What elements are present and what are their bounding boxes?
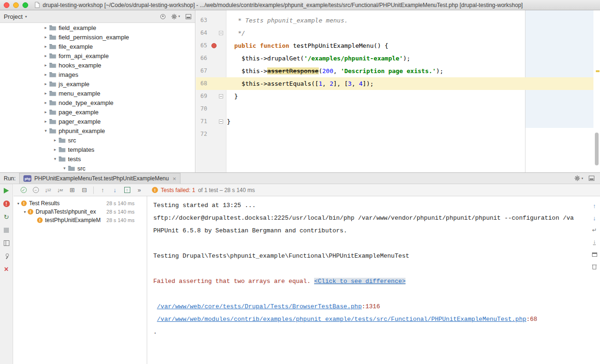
rerun-button[interactable] xyxy=(0,184,13,197)
editor-gutter[interactable]: 69 xyxy=(196,90,226,103)
editor-gutter[interactable]: 70 xyxy=(196,103,226,115)
test-tree-row[interactable]: ▾!Test Results28 s 140 ms xyxy=(14,199,147,208)
up-stack-trace-button[interactable]: ↑ xyxy=(591,202,598,209)
warning-stripe-mark[interactable] xyxy=(596,70,600,72)
project-tree-item[interactable]: ▸src xyxy=(0,135,195,145)
minimize-window-button[interactable] xyxy=(13,2,19,8)
code-text[interactable] xyxy=(226,128,227,141)
fold-marker-icon[interactable] xyxy=(219,119,223,124)
code-text[interactable] xyxy=(226,103,227,115)
console-link[interactable]: /var/www/web/core/tests/Drupal/Tests/Bro… xyxy=(157,303,362,310)
project-panel-title[interactable]: Project xyxy=(4,13,22,20)
project-tree-item[interactable]: ▸file_example xyxy=(0,42,195,51)
chevron-right-icon[interactable]: ▸ xyxy=(43,25,49,30)
settings-gear-icon[interactable]: ▾ xyxy=(574,175,583,181)
chevron-down-icon[interactable]: ▾ xyxy=(25,15,27,19)
project-tree-item[interactable]: ▸hooks_example xyxy=(0,60,195,70)
fold-marker-icon[interactable] xyxy=(219,31,223,35)
editor-gutter[interactable]: 65 xyxy=(196,39,226,52)
code-text[interactable]: $this->drupalGet('/examples/phpunit-exam… xyxy=(226,52,410,65)
collapse-all-button[interactable]: ⊟ xyxy=(79,185,90,195)
project-tree-item[interactable]: ▸page_example xyxy=(0,107,195,117)
more-actions-button[interactable]: » xyxy=(134,185,145,195)
editor-gutter[interactable]: 66 xyxy=(196,52,226,65)
chevron-right-icon[interactable]: ▸ xyxy=(43,72,49,77)
chevron-right-icon[interactable]: ▸ xyxy=(43,91,49,96)
fold-marker-icon[interactable] xyxy=(219,94,223,98)
show-passed-button[interactable]: ✓ xyxy=(18,185,29,195)
project-tree-item[interactable]: ▸templates xyxy=(0,145,195,154)
settings-gear-icon[interactable]: ▾ xyxy=(171,14,180,20)
chevron-right-icon[interactable]: ▸ xyxy=(43,82,49,86)
expand-all-button[interactable]: ⊞ xyxy=(67,185,78,195)
project-tree-item[interactable]: ▸menu_example xyxy=(0,89,195,98)
chevron-right-icon[interactable]: ▸ xyxy=(43,63,49,67)
import-test-results-button[interactable]: ↑ xyxy=(121,185,133,195)
project-tree-item[interactable]: ▸field_example xyxy=(0,23,195,32)
rerun-failed-tests-button[interactable]: ! xyxy=(0,197,13,210)
console-link[interactable]: /var/www/web/modules/contrib/examples/ph… xyxy=(157,316,526,323)
chevron-right-icon[interactable]: ▸ xyxy=(43,100,49,105)
close-button[interactable]: × xyxy=(0,263,13,276)
chevron-right-icon[interactable]: ▸ xyxy=(52,147,58,152)
hide-panel-icon[interactable] xyxy=(186,14,191,19)
code-editor[interactable]: 63 * Tests phpunit_example menus.64 */65… xyxy=(196,10,600,172)
code-text[interactable]: $this->assertEquals([1, 2], [3, 4]); xyxy=(226,77,374,90)
close-window-button[interactable] xyxy=(4,2,9,8)
project-tree-item[interactable]: ▾phpunit_example xyxy=(0,126,195,135)
locate-icon[interactable] xyxy=(160,14,165,19)
chevron-right-icon[interactable]: ▸ xyxy=(43,35,49,39)
editor-gutter[interactable]: 63 xyxy=(196,14,226,27)
chevron-down-icon[interactable]: ▾ xyxy=(15,201,21,206)
project-tree-item[interactable]: ▸js_example xyxy=(0,79,195,89)
project-tree-item[interactable]: ▸pager_example xyxy=(0,117,195,126)
code-text[interactable]: } xyxy=(226,90,238,103)
editor-gutter[interactable]: 71 xyxy=(196,115,226,128)
editor-gutter[interactable]: 68 xyxy=(196,77,226,90)
project-tree-item[interactable]: ▸images xyxy=(0,70,195,79)
chevron-right-icon[interactable]: ▸ xyxy=(43,44,49,49)
sort-by-duration-button[interactable]: ↓12 xyxy=(42,185,53,195)
code-text[interactable]: * Tests phpunit_example menus. xyxy=(226,14,348,27)
chevron-down-icon[interactable]: ▾ xyxy=(43,128,49,133)
console-link[interactable]: <Click to see difference> xyxy=(314,278,405,285)
close-tab-icon[interactable]: × xyxy=(172,175,176,182)
chevron-right-icon[interactable]: ▸ xyxy=(43,110,49,114)
next-failed-test-button[interactable]: ↓ xyxy=(109,185,120,195)
code-text[interactable]: public function testPhpUnitExampleMenu()… xyxy=(226,39,388,52)
editor-gutter[interactable]: 72 xyxy=(196,128,226,141)
failed-test-gutter-icon[interactable] xyxy=(211,43,217,48)
project-tree-item[interactable]: ▾src xyxy=(0,163,195,172)
test-tree-row[interactable]: ▾!Drupal\Tests\phpunit_ex28 s 140 ms xyxy=(14,208,147,216)
project-tree-item[interactable]: ▸form_api_example xyxy=(0,51,195,60)
zoom-window-button[interactable] xyxy=(22,2,28,8)
scroll-to-end-button[interactable]: ↓ xyxy=(591,238,598,246)
chevron-down-icon[interactable]: ▾ xyxy=(52,156,58,161)
chevron-right-icon[interactable]: ▸ xyxy=(52,138,58,142)
soft-wrap-button[interactable]: ↵ xyxy=(591,226,598,234)
project-tree-item[interactable]: ▾tests xyxy=(0,154,195,163)
sort-alphabetically-button[interactable]: ↓az xyxy=(54,185,66,195)
show-ignored-button[interactable]: − xyxy=(30,185,41,195)
project-tree-item[interactable]: ▸node_type_example xyxy=(0,98,195,107)
chevron-down-icon[interactable]: ▾ xyxy=(61,166,68,171)
hide-panel-icon[interactable] xyxy=(589,176,594,181)
pin-tab-button[interactable] xyxy=(0,250,13,263)
test-console[interactable]: Testing started at 13:25 ...sftp://docke… xyxy=(147,196,600,364)
editor-gutter[interactable]: 64 xyxy=(196,27,226,39)
toggle-auto-test-button[interactable]: ↻ xyxy=(0,210,13,223)
stop-button[interactable] xyxy=(0,223,13,237)
run-tab[interactable]: php PHPUnitExampleMenuTest.testPhpUnitEx… xyxy=(19,173,180,184)
clear-all-button[interactable] xyxy=(591,263,598,270)
editor-scrollbar-thumb[interactable] xyxy=(595,133,599,165)
chevron-down-icon[interactable]: ▾ xyxy=(22,210,28,214)
restore-layout-button[interactable] xyxy=(0,237,13,250)
down-stack-trace-button[interactable]: ↓ xyxy=(591,214,598,222)
project-tree-item[interactable]: ▸field_permission_example xyxy=(0,32,195,42)
print-button[interactable] xyxy=(591,251,598,258)
previous-failed-test-button[interactable]: ↑ xyxy=(97,185,108,195)
chevron-right-icon[interactable]: ▸ xyxy=(43,119,49,124)
code-text[interactable]: $this->assertResponse(200, 'Description … xyxy=(226,65,443,77)
code-text[interactable]: } xyxy=(226,115,231,128)
chevron-right-icon[interactable]: ▸ xyxy=(43,53,49,58)
